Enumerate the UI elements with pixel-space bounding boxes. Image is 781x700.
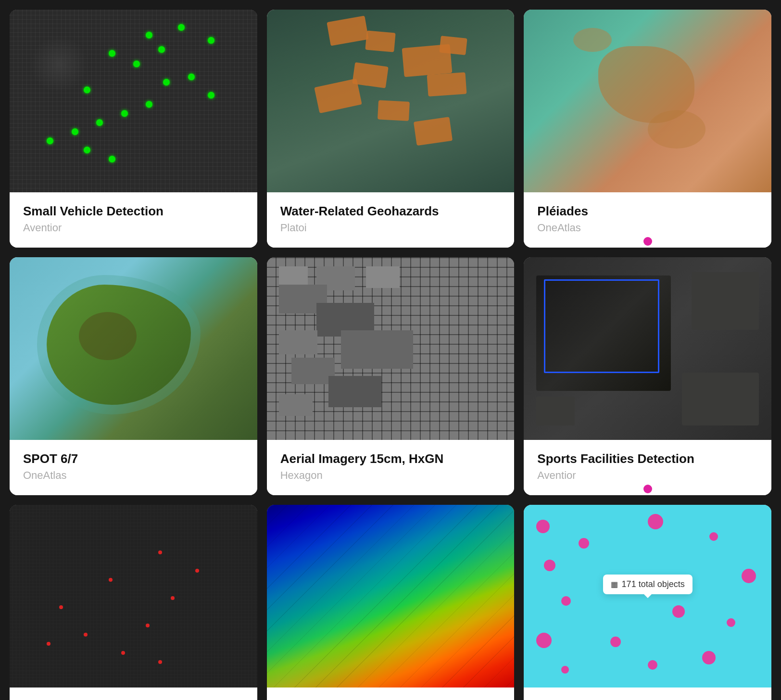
card-image-water [267, 10, 515, 192]
tooltip-text: 171 total objects [622, 579, 685, 589]
card-subtitle-spot: OneAtlas [23, 469, 244, 482]
connector-2 [643, 485, 652, 495]
card-image-spot [10, 257, 257, 440]
card-image-count: ▦ 171 total objects [524, 505, 771, 688]
card-image-vehicle [10, 10, 257, 192]
card-small-vehicle-detection[interactable]: Small Vehicle Detection Aventior [10, 10, 257, 248]
connector-dot-filled-2 [643, 485, 652, 493]
card-info-spot: SPOT 6/7 OneAtlas [10, 440, 257, 495]
card-water-geohazards[interactable]: Water-Related Geohazards Platoi [267, 10, 515, 248]
card-title-aerial: Aerial Imagery 15cm, HxGN [280, 451, 501, 466]
card-subtitle-pleiades: OneAtlas [537, 222, 758, 234]
card-info-count: Count Objects UP42 [524, 688, 771, 700]
card-image-building [10, 505, 257, 688]
card-ocean[interactable]: Ocean Data and Forecasts Meteomatics [267, 505, 515, 700]
card-title-pleiades: Pléiades [537, 204, 758, 219]
card-info-water: Water-Related Geohazards Platoi [267, 192, 515, 248]
connector-1 [643, 237, 652, 248]
card-title-water: Water-Related Geohazards [280, 204, 501, 219]
card-title-sports: Sports Facilities Detection [537, 451, 758, 466]
card-spot[interactable]: SPOT 6/7 OneAtlas [10, 257, 257, 495]
card-count-objects[interactable]: ▦ 171 total objects Count Objects UP42 [524, 505, 771, 700]
card-grid: Small Vehicle Detection Aventior Water-R… [10, 10, 771, 700]
count-tooltip: ▦ 171 total objects [603, 575, 693, 594]
card-building-detection[interactable]: Building Detection Filter Space Shift [10, 505, 257, 700]
card-info-ocean: Ocean Data and Forecasts Meteomatics [267, 688, 515, 700]
card-title-vehicle: Small Vehicle Detection [23, 204, 244, 219]
card-image-sports [524, 257, 771, 440]
card-image-aerial [267, 257, 515, 440]
card-subtitle-aerial: Hexagon [280, 469, 501, 482]
card-title-spot: SPOT 6/7 [23, 451, 244, 466]
card-aerial[interactable]: Aerial Imagery 15cm, HxGN Hexagon [267, 257, 515, 495]
card-subtitle-vehicle: Aventior [23, 222, 244, 234]
card-sports[interactable]: Sports Facilities Detection Aventior [524, 257, 771, 495]
connector-dot-filled-1 [643, 237, 652, 246]
tooltip-icon: ▦ [611, 580, 618, 589]
card-pleiades[interactable]: Pléiades OneAtlas [524, 10, 771, 248]
card-image-ocean [267, 505, 515, 688]
card-info-building: Building Detection Filter Space Shift [10, 688, 257, 700]
card-image-pleiades [524, 10, 771, 192]
card-subtitle-water: Platoi [280, 222, 501, 234]
card-subtitle-sports: Aventior [537, 469, 758, 482]
card-info-vehicle: Small Vehicle Detection Aventior [10, 192, 257, 248]
sports-selection-rect [544, 279, 659, 373]
card-info-aerial: Aerial Imagery 15cm, HxGN Hexagon [267, 440, 515, 495]
